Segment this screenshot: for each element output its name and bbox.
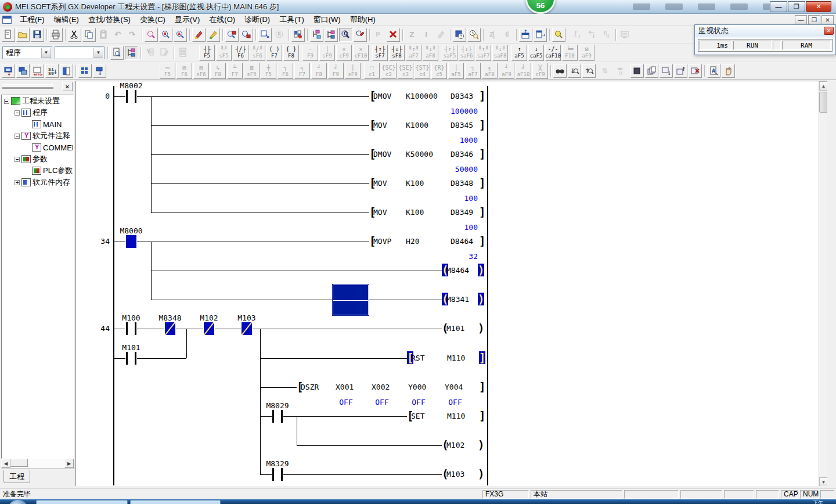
- menu-item-3[interactable]: 变换(C): [135, 13, 170, 26]
- entry-monitor-button[interactable]: [467, 28, 481, 42]
- open-project-button[interactable]: [16, 28, 30, 42]
- tree-item-工程未设置[interactable]: 工程未设置: [2, 95, 73, 107]
- chevron-down-icon[interactable]: ▼: [41, 48, 51, 58]
- device-display2-button[interactable]: [240, 28, 253, 42]
- ladder-edit-cursor[interactable]: [333, 285, 369, 315]
- scroll-left-icon[interactable]: ◀: [1, 459, 10, 468]
- menu-item-7[interactable]: 工具(T): [275, 13, 309, 26]
- tree-item-程序[interactable]: 程序: [2, 107, 73, 118]
- ladder-symbol-F7-button[interactable]: ( )F7: [266, 45, 282, 61]
- program-type-combobox[interactable]: 程序▼: [2, 46, 52, 59]
- tree-expander-icon[interactable]: [15, 134, 20, 139]
- find-instruction-button[interactable]: A: [174, 28, 187, 42]
- ladder-canvas[interactable]: M8002M8000M100M8348M102M103M101M8029M832…: [77, 81, 827, 486]
- scroll-up-icon[interactable]: ▲: [819, 81, 827, 91]
- scroll-right-icon[interactable]: ▶: [64, 459, 74, 468]
- contact-M8348-on[interactable]: [164, 322, 176, 335]
- ladder-symbol-caF5-button[interactable]: ↓caF5: [528, 45, 544, 61]
- tree-close-icon[interactable]: ✕: [62, 82, 73, 91]
- window-up-button[interactable]: ↑: [674, 64, 687, 78]
- device-comment-tree-button[interactable]: [325, 28, 338, 42]
- tree-item-MAIN[interactable]: MAIN: [2, 118, 73, 130]
- monitor-close-icon[interactable]: ✕: [824, 27, 834, 35]
- menu-item-9[interactable]: 帮助(H): [345, 13, 380, 26]
- menu-item-1[interactable]: 编辑(E): [49, 13, 84, 26]
- tree-item-PLC参数[interactable]: PLC参数: [2, 165, 73, 177]
- close-button[interactable]: ✕: [806, 1, 831, 12]
- menu-item-6[interactable]: 诊断(D): [240, 13, 275, 26]
- tab-project[interactable]: 工程: [3, 470, 30, 483]
- menu-item-5[interactable]: 在线(O): [204, 13, 240, 26]
- contact-M8329-off[interactable]: [272, 468, 283, 481]
- tree-item-软元件内存[interactable]: 软元件内存: [2, 177, 73, 188]
- plc-read-button[interactable]: ↓: [2, 64, 15, 78]
- ladder-vscroll-thumb[interactable]: [819, 92, 827, 113]
- tree-item-软元件注释[interactable]: 软元件注释: [2, 130, 73, 142]
- select-block-button[interactable]: [630, 64, 644, 78]
- find-button-2[interactable]: [553, 64, 567, 78]
- tree-item-参数[interactable]: 参数: [2, 153, 73, 165]
- copy-button[interactable]: [82, 28, 96, 42]
- tree-expander-icon[interactable]: [15, 157, 20, 162]
- minimize-button[interactable]: —: [770, 1, 787, 12]
- plc-clock-button[interactable]: [453, 28, 466, 42]
- menu-item-2[interactable]: 查找/替换(S): [84, 13, 135, 26]
- menu-item-0[interactable]: 工程(F): [15, 13, 49, 26]
- tree-item-COMMENT[interactable]: COMMENT: [2, 142, 73, 153]
- menu-item-8[interactable]: 窗口(W): [309, 13, 345, 26]
- contact-M102-on[interactable]: [203, 322, 215, 335]
- ladder-vscrollbar[interactable]: ▲ ▼: [819, 81, 827, 486]
- mdi-restore-button[interactable]: ❐: [808, 15, 820, 25]
- contact-M8002-off[interactable]: [125, 90, 137, 103]
- tree-expander-icon[interactable]: [4, 99, 9, 104]
- ladder-editor-window[interactable]: M8002M8000M100M8348M102M103M101M8029M832…: [75, 81, 827, 486]
- ladder-symbol-sF8-button[interactable]: ┤↓├sF8: [389, 45, 405, 61]
- parameter-tree-button[interactable]: [310, 28, 323, 42]
- ladder-symbol-aF5-button[interactable]: ↑aF5: [511, 45, 527, 61]
- chevron-down-icon[interactable]: ▼: [93, 48, 103, 58]
- plc-copy-button[interactable]: [16, 64, 30, 78]
- contact-M8029-off[interactable]: [272, 410, 283, 423]
- entry-data-monitor-button[interactable]: [552, 28, 565, 42]
- find-button[interactable]: [145, 28, 158, 42]
- start-orb[interactable]: [8, 500, 28, 504]
- mdi-minimize-button[interactable]: —: [795, 15, 807, 25]
- find-next-button[interactable]: ↓: [568, 64, 581, 78]
- monitor-write-mode-button[interactable]: [354, 28, 367, 42]
- new-project-button[interactable]: [2, 28, 15, 42]
- save-project-button[interactable]: [31, 28, 44, 42]
- cut-button[interactable]: [68, 28, 81, 42]
- monitor-stop-button[interactable]: [387, 28, 400, 42]
- find-device-button[interactable]: [159, 28, 172, 42]
- contact-M100-off[interactable]: [125, 322, 137, 335]
- tree-hscrollbar[interactable]: ◀ ▶: [1, 459, 74, 468]
- tile-window-up-button[interactable]: ↑: [519, 28, 532, 42]
- block-exchange-button[interactable]: [60, 64, 73, 78]
- error-ladder-button[interactable]: error: [31, 64, 44, 78]
- copy-block-button[interactable]: [645, 64, 658, 78]
- find-ladder-block-button[interactable]: [110, 46, 124, 60]
- tree-expander-icon[interactable]: [15, 110, 20, 116]
- statement-edit-button[interactable]: [207, 28, 220, 42]
- block-down-button[interactable]: ↓: [93, 64, 106, 78]
- tree-expander-icon[interactable]: [15, 180, 20, 185]
- ladder-symbol-F6-button[interactable]: ┤/├F6: [233, 45, 248, 61]
- monitor-mode-button[interactable]: Q: [339, 28, 352, 42]
- window-down-button[interactable]: ↓: [660, 64, 673, 78]
- taskbar-button-1[interactable]: [36, 500, 128, 504]
- contact-M8000-on[interactable]: [125, 235, 137, 248]
- menu-item-4[interactable]: 显示(V): [170, 13, 204, 26]
- panel-grip[interactable]: [2, 84, 53, 89]
- pan-button[interactable]: [722, 64, 735, 78]
- device-grid-button[interactable]: [78, 64, 92, 78]
- comment-edit-button[interactable]: [192, 28, 206, 42]
- ladder-symbol-F8-button[interactable]: { }F8: [283, 45, 299, 61]
- program-name-combobox[interactable]: ▼: [55, 46, 105, 59]
- sort-button[interactable]: S1S9↓: [45, 64, 59, 78]
- taskbar-button-2[interactable]: [130, 500, 221, 504]
- new-window-button[interactable]: ↘: [258, 28, 272, 42]
- contact-M103-on[interactable]: [241, 322, 253, 335]
- project-data-list-button[interactable]: [125, 46, 138, 60]
- transfer-setup-button[interactable]: [291, 28, 305, 42]
- window-delete-button[interactable]: [689, 64, 702, 78]
